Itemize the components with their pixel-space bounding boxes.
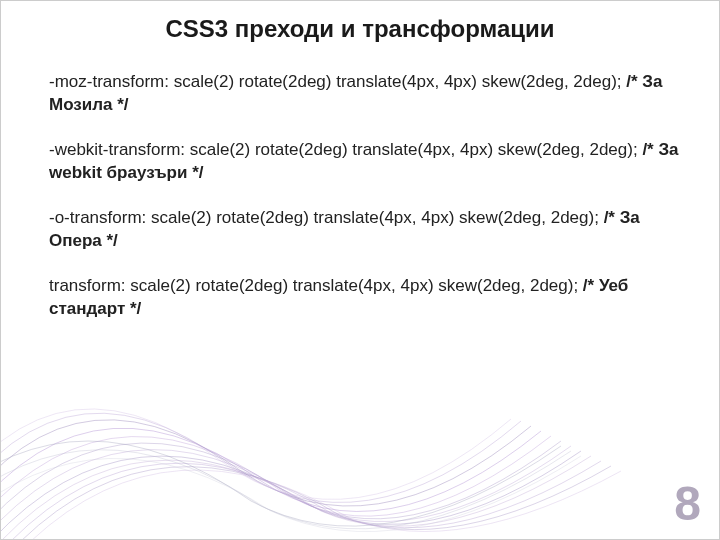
code-paragraph: -webkit-transform: scale(2) rotate(2deg)… — [49, 139, 679, 185]
code-paragraph: transform: scale(2) rotate(2deg) transla… — [49, 275, 679, 321]
slide-body: -moz-transform: scale(2) rotate(2deg) tr… — [1, 71, 719, 321]
slide-title: CSS3 преходи и трансформации — [1, 15, 719, 43]
code-text: -moz-transform: scale(2) rotate(2deg) tr… — [49, 72, 626, 91]
code-text: -o-transform: scale(2) rotate(2deg) tran… — [49, 208, 604, 227]
code-paragraph: -o-transform: scale(2) rotate(2deg) tran… — [49, 207, 679, 253]
code-text: transform: scale(2) rotate(2deg) transla… — [49, 276, 583, 295]
logo-icon: 8 — [674, 476, 701, 531]
code-text: -webkit-transform: scale(2) rotate(2deg)… — [49, 140, 642, 159]
code-paragraph: -moz-transform: scale(2) rotate(2deg) tr… — [49, 71, 679, 117]
